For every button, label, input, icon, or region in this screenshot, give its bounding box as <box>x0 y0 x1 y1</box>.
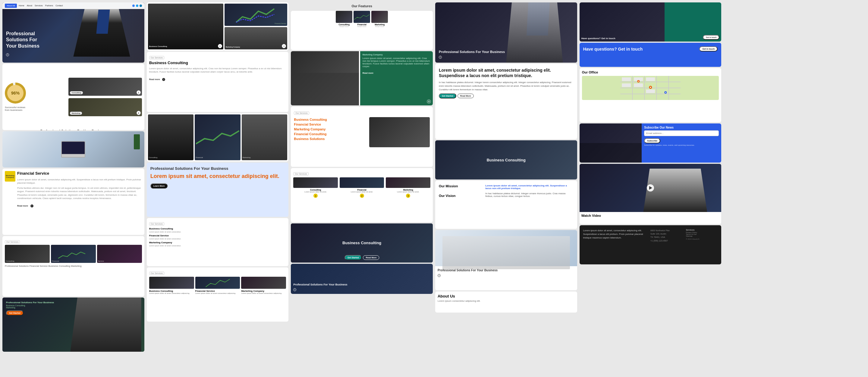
read-more-link[interactable]: Read more <box>17 205 28 207</box>
feat-img-3 <box>371 11 388 23</box>
lorem-get-started[interactable]: Get Started <box>439 93 456 99</box>
card-mission-vision: Our Mission Our Vision Lorem ipsum dolor… <box>435 181 577 229</box>
marketing-co-num: + <box>427 99 431 104</box>
vision-text: In hac habitasse platea dictumst. Intege… <box>485 192 573 198</box>
play-btn[interactable] <box>647 184 654 192</box>
nav-about[interactable]: About <box>27 4 32 7</box>
badges-column: Consulting 1 Marketing 2 <box>68 66 142 128</box>
read-more-arrow[interactable]: › <box>30 204 33 207</box>
card-three-images-2: Consulting Financial Marketing <box>147 113 289 161</box>
card-cfm-tabs: Our Services Business Consulting Lorem i… <box>147 267 289 321</box>
plant <box>134 134 140 149</box>
card-financial-service: Marketing Company Financial Service Lore… <box>2 169 144 235</box>
footer-link-sitemap[interactable]: Sitemap <box>686 235 718 237</box>
pro-small-info[interactable]: i <box>293 288 296 291</box>
get-in-touch-btn[interactable]: Get in touch <box>703 35 719 40</box>
feat-label-1: Consulting <box>336 24 352 26</box>
nav-services[interactable]: Services <box>35 4 43 7</box>
services-label: Our Services <box>5 240 20 244</box>
consulting-label-2: Consulting <box>149 154 157 159</box>
svc-orange-2: Financial Service <box>294 122 367 127</box>
q-title: Have questions? Get in touch <box>581 37 663 40</box>
learn-more-btn[interactable]: Learn More <box>150 183 168 188</box>
icon-svc-2: Financial Lorem ipsum dolor sit amet. 2 <box>340 177 384 199</box>
lorem-title: Lorem ipsum dolor sit amet, consectetur … <box>439 67 574 78</box>
subscribe-email-input[interactable] <box>644 130 719 136</box>
mv-row: Our Mission Our Vision Lorem ipsum dolor… <box>439 184 574 198</box>
mv-texts: Lorem ipsum dolor sit amet, consectetur … <box>485 184 573 198</box>
biz-hero-actions: Get Started Read More <box>344 255 379 260</box>
financial-body1: Lorem ipsum dolor sit amet, consectetur … <box>17 178 142 184</box>
cta-tagline: Marketing <box>6 307 66 309</box>
social-icon-3[interactable] <box>140 4 142 7</box>
card-circle-inner: 96% Successful reviews from businesses C… <box>5 66 142 128</box>
orange-services-inner: Our Services Business Consulting Financi… <box>291 107 433 150</box>
hero-info-icon[interactable]: i <box>6 51 45 57</box>
column-4: Professional Solutions For Your Business… <box>435 2 577 352</box>
lorem-read-more[interactable]: Read More <box>458 94 474 98</box>
three-img-row-2: Consulting Financial Marketing <box>148 114 287 160</box>
read-more-btn-hero[interactable]: Read More <box>363 255 379 260</box>
svc-orange-3: Marketing Company <box>294 127 367 132</box>
cfm-desc-1: Lorem ipsum dolor sit amet consectetur a… <box>149 293 194 294</box>
cta-get-started-btn[interactable]: Get Started <box>6 310 24 316</box>
feat-readmore-3[interactable]: Read more <box>371 26 388 27</box>
feat-label-3: Marketing <box>371 24 388 26</box>
pro-small-content: Professional Solutions For Your Business… <box>293 283 347 292</box>
suit-hero-info[interactable]: i <box>439 56 442 59</box>
svc-2-desc: Lorem ipsum dolor sit amet consectetur. <box>149 238 286 240</box>
service-img-consulting: Consulting <box>5 245 50 263</box>
feat-readmore-2[interactable]: Read more <box>353 26 370 27</box>
svg-point-19 <box>665 92 666 93</box>
marketing-co-link[interactable]: Read more <box>363 72 373 74</box>
suit-hero-text: Professional Solutions For Your Business… <box>439 50 505 59</box>
read-more-arrow-2[interactable]: › <box>162 78 165 81</box>
footer-links: Services Privacy Policy Terms of Use Sit… <box>686 229 718 242</box>
svg-rect-12 <box>634 83 643 87</box>
collab-info[interactable]: i <box>438 274 441 277</box>
footer-address: 8800 Northwick Pike Suite 100, Austin TX… <box>650 229 682 242</box>
three-img-row: Business Consulting + Financial Service <box>148 4 287 49</box>
card-biz-consult-overlay: Business Consulting <box>435 140 577 179</box>
q-img-label: Have questions? Get in touch <box>580 35 664 41</box>
read-more-btn[interactable]: Read more <box>149 78 160 80</box>
get-started-btn[interactable]: Get Started <box>344 255 362 260</box>
feat-readmore-1[interactable]: Read more <box>336 26 352 27</box>
tagline-text: Professional Solutions Financial Service… <box>5 265 142 267</box>
card-pro-solutions-small: Professional Solutions For Your Business… <box>291 264 433 294</box>
chart-feat <box>353 11 370 23</box>
svg-rect-8 <box>622 77 631 81</box>
card-cta: Professional Solutions For Your Business… <box>2 298 144 352</box>
circle-inner: 96% <box>7 85 24 101</box>
nav-partners[interactable]: Partners <box>45 4 53 7</box>
cfm-label-2: Financial Service <box>195 290 240 293</box>
cfm-label-1: Business Consulting <box>149 290 194 293</box>
cta-sub: Business Consulting <box>6 304 66 307</box>
get-in-touch-blue-btn[interactable]: Get in touch <box>699 46 718 52</box>
svc-1-desc: Lorem ipsum dolor sit amet consectetur. <box>149 231 286 233</box>
nav-home[interactable]: Home <box>19 4 24 7</box>
icon-num-2: 2 <box>360 194 364 198</box>
subscribe-btn[interactable]: Subscribe <box>644 138 660 143</box>
nav-contact[interactable]: Contact <box>56 4 63 7</box>
collab-img <box>435 230 577 266</box>
subscribe-panel: Subscribe Our News Subscribe Subscribe f… <box>642 124 721 163</box>
q-btn-area: Get in touch <box>703 34 719 40</box>
column-3: Our Features Consulting Read more Financ… <box>291 2 433 352</box>
feat-financial: Financial Read more <box>353 11 370 27</box>
icon-svc-3: Marketing Lorem ipsum dolor sit amet. 3 <box>386 177 430 199</box>
card-services-list: Our Services Business Consulting Lorem i… <box>147 218 289 266</box>
services-list-items: Business Consulting Lorem ipsum dolor si… <box>149 227 286 247</box>
marketing-co-inner: Marketing Company Lorem ipsum dolor sit … <box>291 51 433 105</box>
social-icon-2[interactable] <box>136 4 138 7</box>
financial-inner: Marketing Company Financial Service Lore… <box>5 171 142 233</box>
orange-list: Business Consulting Financial Service Ma… <box>294 117 367 141</box>
footer-phone: +1 (555) 123-4567 <box>650 239 682 242</box>
consulting-card: Consulting 1 <box>68 78 142 96</box>
social-icon-1[interactable] <box>132 4 135 7</box>
pro-solutions-subtitle: Lorem ipsum sit amet, consectetur adipis… <box>150 173 285 180</box>
nav-logo[interactable]: About US <box>5 4 17 8</box>
marketing-co-content: Marketing Company Lorem ipsum dolor sit … <box>360 51 433 105</box>
features-header: Our Features <box>291 2 433 10</box>
cta-content: Professional Solutions For Your Business… <box>6 301 66 316</box>
